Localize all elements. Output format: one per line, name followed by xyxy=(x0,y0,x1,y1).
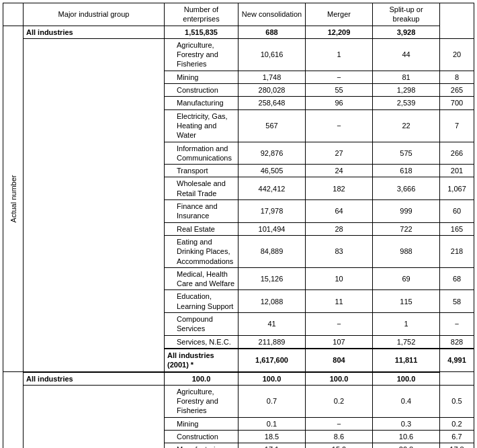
data-cell-newcon: 688 xyxy=(238,26,306,38)
data-cell-newcon: 24 xyxy=(306,165,373,177)
industry-label: Wholesale and Retail Trade xyxy=(165,177,238,200)
data-cell-merger: 618 xyxy=(373,165,440,177)
industry-label: Mining xyxy=(165,417,238,430)
table-row: Agriculture, Forestry and Fisheries0.70.… xyxy=(3,385,474,417)
row-group-cell xyxy=(24,417,165,430)
table-row: All industries (2001) *1,617,60080411,81… xyxy=(3,349,474,372)
main-container: Major industrial group Number of enterpr… xyxy=(0,0,477,448)
data-cell-enterprises: 1,748 xyxy=(238,71,306,83)
data-cell-enterprises: 17.1 xyxy=(238,443,306,448)
data-cell-merger: 1 xyxy=(373,313,440,336)
data-cell-splitup: 0.2 xyxy=(440,417,474,430)
table-row: Education, Learning Support12,0881111558 xyxy=(3,290,474,313)
data-cell-enterprises: 18.5 xyxy=(238,430,306,443)
table-row: Information and Communications92,8762757… xyxy=(3,142,474,165)
data-cell-newcon: − xyxy=(306,313,373,336)
data-cell-enterprises: 10,616 xyxy=(238,38,306,71)
data-cell-newcon: − xyxy=(306,417,373,430)
data-cell-newcon: 182 xyxy=(306,177,373,200)
table-row: Compound Services41−1− xyxy=(3,313,474,336)
industry-label: Eating and Drinking Places, Accommodatio… xyxy=(165,235,238,267)
data-cell-enterprises: 0.1 xyxy=(238,417,306,430)
data-cell-enterprises: 84,889 xyxy=(238,235,306,267)
industry-label: Agriculture, Forestry and Fisheries xyxy=(165,38,238,71)
data-cell-enterprises: 100.0 xyxy=(165,372,238,386)
data-cell-enterprises: 1,617,600 xyxy=(238,349,306,372)
data-cell-newcon: − xyxy=(306,109,373,142)
data-cell-merger: 999 xyxy=(373,200,440,223)
data-cell-merger: 12,209 xyxy=(306,26,373,38)
data-cell-newcon: 8.6 xyxy=(306,430,373,443)
data-cell-newcon: 1 xyxy=(306,38,373,71)
col-header-major-industrial-group: Major industrial group xyxy=(24,3,165,26)
row-group-cell xyxy=(24,267,165,290)
data-cell-enterprises: 15,126 xyxy=(238,267,306,290)
data-cell-enterprises: 442,412 xyxy=(238,177,306,200)
table-row: Manufacturing258,648962,539700 xyxy=(3,97,474,109)
data-cell-splitup: 17.8 xyxy=(440,443,474,448)
data-cell-merger: 1,752 xyxy=(373,335,440,349)
industry-label: Medical, Health Care and Welfare xyxy=(165,267,238,290)
data-cell-enterprises: 211,889 xyxy=(238,335,306,349)
row-group-cell xyxy=(24,335,165,349)
data-cell-newcon: 28 xyxy=(306,222,373,235)
industry-label: All industries xyxy=(24,372,165,386)
data-cell-merger: 100.0 xyxy=(306,372,373,386)
row-group-cell xyxy=(24,385,165,417)
table-row: Construction18.58.610.66.7 xyxy=(3,430,474,443)
data-cell-merger: 115 xyxy=(373,290,440,313)
data-cell-newcon: 804 xyxy=(306,349,373,372)
data-cell-merger: 2,539 xyxy=(373,97,440,109)
industry-label: Manufacturing xyxy=(165,97,238,109)
data-cell-enterprises: 17,978 xyxy=(238,200,306,223)
data-cell-enterprises: 101,494 xyxy=(238,222,306,235)
data-cell-splitup: 7 xyxy=(440,109,474,142)
col-header-merger: Merger xyxy=(306,3,373,26)
data-cell-splitup: 3,928 xyxy=(373,26,440,38)
table-row: Actual numberAll industries1,515,8356881… xyxy=(3,26,474,38)
row-group-cell xyxy=(24,165,165,177)
data-cell-splitup: 6.7 xyxy=(440,430,474,443)
table-row: Mining0.1−0.30.2 xyxy=(3,417,474,430)
row-group-cell xyxy=(24,109,165,142)
data-cell-splitup: 201 xyxy=(440,165,474,177)
data-cell-merger: 0.3 xyxy=(373,417,440,430)
data-cell-newcon: 96 xyxy=(306,97,373,109)
data-cell-enterprises: 567 xyxy=(238,109,306,142)
data-cell-merger: 10.6 xyxy=(373,430,440,443)
data-cell-merger: 988 xyxy=(373,235,440,267)
data-cell-merger: 11,811 xyxy=(373,349,440,372)
col-header-enterprises: Number of enterprises xyxy=(165,3,238,26)
row-group-cell xyxy=(24,443,165,448)
table-row: Finance and Insurance17,9786499960 xyxy=(3,200,474,223)
row-header-composition: Composition ratio (%) xyxy=(3,372,24,449)
row-group-cell xyxy=(24,38,165,71)
col-header-new-consolidation: New consolidation xyxy=(238,3,306,26)
table-row: Mining1,748−818 xyxy=(3,71,474,83)
row-group-cell xyxy=(24,84,165,97)
data-cell-merger: 22 xyxy=(373,109,440,142)
table-row: Construction280,028551,298265 xyxy=(3,84,474,97)
data-cell-newcon: 10 xyxy=(306,267,373,290)
industry-label: Real Estate xyxy=(165,222,238,235)
data-cell-enterprises: 92,876 xyxy=(238,142,306,165)
data-cell-splitup: 265 xyxy=(440,84,474,97)
row-header-actual: Actual number xyxy=(3,26,24,371)
row-group-cell xyxy=(24,313,165,336)
data-cell-newcon: 83 xyxy=(306,235,373,267)
industry-label: Compound Services xyxy=(165,313,238,336)
industry-label: Services, N.E.C. xyxy=(165,335,238,349)
data-cell-enterprises: 280,028 xyxy=(238,84,306,97)
data-cell-enterprises: 0.7 xyxy=(238,385,306,417)
data-cell-newcon: 64 xyxy=(306,200,373,223)
data-cell-splitup: 1,067 xyxy=(440,177,474,200)
data-cell-merger: 575 xyxy=(373,142,440,165)
table-row: Medical, Health Care and Welfare15,12610… xyxy=(3,267,474,290)
data-cell-splitup: 58 xyxy=(440,290,474,313)
industry-label: Education, Learning Support xyxy=(165,290,238,313)
data-cell-enterprises: 12,088 xyxy=(238,290,306,313)
industry-label: Manufacturing xyxy=(165,443,238,448)
row-group-cell xyxy=(24,71,165,83)
data-cell-newcon: − xyxy=(306,71,373,83)
data-cell-merger: 20.8 xyxy=(373,443,440,448)
